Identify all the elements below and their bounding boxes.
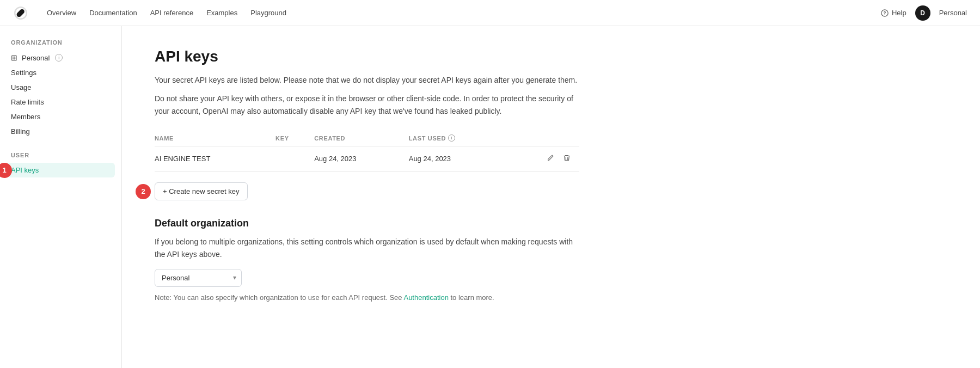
default-org-title: Default organization: [155, 218, 579, 229]
sidebar-item-settings[interactable]: Settings: [7, 65, 115, 80]
key-last-used: Aug 24, 2023: [409, 146, 512, 171]
sidebar-item-members[interactable]: Members: [7, 109, 115, 124]
create-btn-label: + Create new secret key: [163, 187, 240, 195]
info-icon[interactable]: i: [55, 54, 63, 62]
nav-links: Overview Documentation API reference Exa…: [41, 5, 881, 20]
edit-icon: [547, 154, 554, 162]
page-title: API keys: [155, 48, 579, 65]
org-select[interactable]: Personal: [155, 269, 242, 287]
page-layout: ORGANIZATION ⊞ Personal i Settings Usage…: [0, 26, 980, 368]
api-keys-table: NAME KEY CREATED LAST USED i AI ENGINE T…: [155, 130, 579, 171]
user-avatar: D: [915, 5, 930, 21]
rate-limits-label: Rate limits: [11, 98, 44, 106]
nav-examples[interactable]: Examples: [201, 5, 243, 20]
key-name: AI ENGINE TEST: [155, 146, 275, 171]
svg-point-1: [884, 14, 885, 15]
sidebar-item-rate-limits[interactable]: Rate limits: [7, 95, 115, 109]
col-last-used: LAST USED i: [409, 130, 512, 146]
user-section-label: USER: [7, 152, 115, 158]
help-label: Help: [892, 9, 906, 17]
table-row: AI ENGINE TEST Aug 24, 2023 Aug 24, 2023: [155, 146, 579, 171]
annotation-badge-2: 2: [136, 184, 151, 199]
sidebar-item-personal[interactable]: ⊞ Personal i: [7, 50, 115, 65]
topnav-right: Help D Personal: [881, 5, 967, 21]
description-2: Do not share your API key with others, o…: [155, 93, 579, 117]
col-created: CREATED: [314, 130, 409, 146]
nav-documentation[interactable]: Documentation: [84, 5, 142, 20]
last-used-info-icon[interactable]: i: [448, 134, 455, 142]
trash-icon: [563, 154, 571, 162]
main-content: API keys Your secret API keys are listed…: [122, 26, 612, 368]
settings-label: Settings: [11, 69, 36, 77]
nav-overview[interactable]: Overview: [41, 5, 82, 20]
key-created: Aug 24, 2023: [314, 146, 409, 171]
key-value: [275, 146, 314, 171]
col-name: NAME: [155, 130, 275, 146]
help-icon: [881, 9, 889, 17]
sidebar-item-usage[interactable]: Usage: [7, 80, 115, 95]
note-text: Note: You can also specify which organiz…: [155, 293, 579, 302]
openai-logo: [13, 5, 28, 21]
nav-api-reference[interactable]: API reference: [145, 5, 199, 20]
delete-key-button[interactable]: [561, 153, 573, 164]
personal-label[interactable]: Personal: [939, 9, 967, 17]
api-keys-label: API keys: [11, 166, 39, 174]
description-1: Your secret API keys are listed below. P…: [155, 74, 579, 86]
authentication-link[interactable]: Authentication: [403, 293, 448, 302]
col-key: KEY: [275, 130, 314, 146]
default-org-description: If you belong to multiple organizations,…: [155, 236, 579, 260]
org-select-wrapper: Personal ▾: [155, 269, 242, 287]
org-section-label: ORGANIZATION: [7, 39, 115, 46]
usage-label: Usage: [11, 83, 32, 91]
billing-label: Billing: [11, 127, 30, 136]
annotation-badge-1: 1: [0, 163, 12, 178]
sidebar-item-billing[interactable]: Billing: [7, 124, 115, 139]
building-icon: ⊞: [11, 53, 17, 62]
help-button[interactable]: Help: [881, 9, 906, 17]
nav-playground[interactable]: Playground: [245, 5, 292, 20]
sidebar-personal-label: Personal: [22, 54, 50, 62]
members-label: Members: [11, 113, 40, 121]
edit-key-button[interactable]: [544, 153, 556, 164]
create-secret-key-button[interactable]: 2 + Create new secret key: [155, 182, 248, 200]
top-navigation: Overview Documentation API reference Exa…: [0, 0, 980, 26]
sidebar-item-api-keys[interactable]: 1 API keys: [7, 163, 115, 177]
col-actions: [512, 130, 579, 146]
row-actions: [512, 153, 573, 164]
sidebar: ORGANIZATION ⊞ Personal i Settings Usage…: [0, 26, 122, 368]
